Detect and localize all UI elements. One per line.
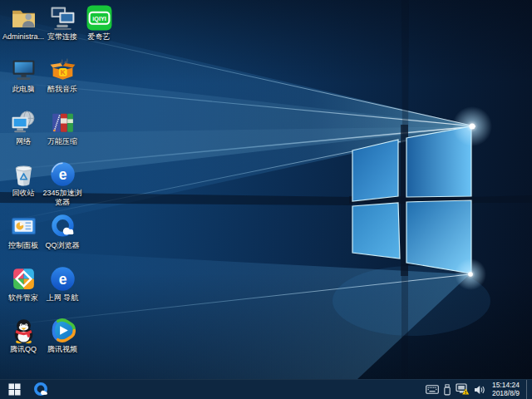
- tencent-video-icon: [49, 317, 76, 344]
- clock-date: 2018/8/9: [492, 390, 520, 398]
- windows-logo-icon: [8, 383, 21, 396]
- icon-label: 网络: [16, 137, 31, 146]
- icon-label: 腾讯QQ: [10, 345, 37, 354]
- icon-label: 软件管家: [8, 293, 38, 303]
- icon-label: 酷我音乐: [47, 85, 77, 94]
- icon-label: 腾讯视频: [47, 345, 77, 354]
- touch-keyboard-icon[interactable]: [426, 385, 439, 394]
- desktop-icon-this-pc[interactable]: 此电脑: [1, 57, 46, 94]
- volume-icon[interactable]: [474, 385, 485, 395]
- show-desktop-button[interactable]: [526, 380, 531, 399]
- desktop-icon-tencent-qq[interactable]: 腾讯QQ: [1, 317, 46, 354]
- icon-label: 此电脑: [12, 85, 35, 94]
- qq-browser-icon: [32, 382, 49, 398]
- desktop-icon-tencent-video[interactable]: 腾讯视频: [40, 317, 85, 354]
- icon-label: QQ浏览器: [45, 241, 79, 250]
- icon-label: Administra...: [2, 32, 44, 42]
- desktop-icon-control-panel[interactable]: 控制面板: [1, 213, 46, 250]
- icon-label: 上网 导航: [47, 293, 79, 303]
- desktop-wallpaper[interactable]: Administra... 宽带连接 iQIYI: [0, 0, 532, 379]
- desktop-icon-2345-browser[interactable]: e 2345加速浏览器: [40, 160, 85, 206]
- network-icon: [10, 109, 37, 136]
- user-folder-icon: [10, 4, 37, 32]
- desktop-icon-web-navigation[interactable]: e 上网 导航: [40, 265, 85, 303]
- control-panel-icon: [10, 213, 37, 240]
- icon-label: 回收站: [12, 189, 35, 198]
- desktop-icon-kuwo-music[interactable]: K 酷我音乐: [40, 57, 85, 94]
- screen: Administra... 宽带连接 iQIYI: [0, 0, 532, 399]
- svg-text:K: K: [60, 69, 65, 76]
- zip-books-icon: [49, 109, 76, 136]
- desktop-icon-recycle-bin[interactable]: 回收站: [1, 160, 46, 198]
- desktop-icon-administrator-folder[interactable]: Administra...: [1, 4, 46, 42]
- svg-text:e: e: [58, 166, 66, 183]
- svg-text:iQIYI: iQIYI: [92, 15, 106, 22]
- qq-penguin-icon: [10, 317, 37, 344]
- icon-label: 爱奇艺: [88, 32, 111, 42]
- icon-label: 宽带连接: [47, 32, 77, 42]
- kuwo-music-icon: K: [49, 57, 76, 84]
- usb-device-icon[interactable]: [443, 384, 451, 396]
- icon-label: 2345加速浏览器: [40, 189, 85, 206]
- icon-label: 万能压缩: [47, 137, 77, 146]
- icon-label: 控制面板: [8, 241, 38, 250]
- desktop-icon-wanneng-zip[interactable]: 万能压缩: [40, 109, 85, 146]
- software-manager-icon: [10, 265, 37, 293]
- start-button[interactable]: [0, 380, 28, 399]
- system-tray: 15:14:24 2018/8/9: [426, 380, 532, 399]
- broadband-monitors-icon: [49, 4, 76, 32]
- 2345-browser-icon: e: [49, 160, 76, 188]
- svg-text:e: e: [58, 271, 66, 288]
- recycle-bin-icon: [10, 160, 37, 188]
- network-status-icon[interactable]: [456, 383, 470, 396]
- qq-browser-icon: [49, 213, 76, 240]
- desktop-icon-iqiyi[interactable]: iQIYI 爱奇艺: [76, 4, 121, 42]
- taskbar-clock[interactable]: 15:14:24 2018/8/9: [490, 382, 522, 397]
- desktop-icon-software-manager[interactable]: 软件管家: [1, 265, 46, 303]
- this-pc-icon: [10, 57, 37, 84]
- iqiyi-icon: iQIYI: [86, 4, 113, 32]
- desktop-icon-network[interactable]: 网络: [1, 109, 46, 146]
- desktop-icon-qq-browser[interactable]: QQ浏览器: [40, 213, 85, 250]
- taskbar: 15:14:24 2018/8/9: [0, 379, 532, 399]
- web-navigation-icon: e: [49, 265, 76, 293]
- taskbar-qq-browser-button[interactable]: [28, 380, 53, 399]
